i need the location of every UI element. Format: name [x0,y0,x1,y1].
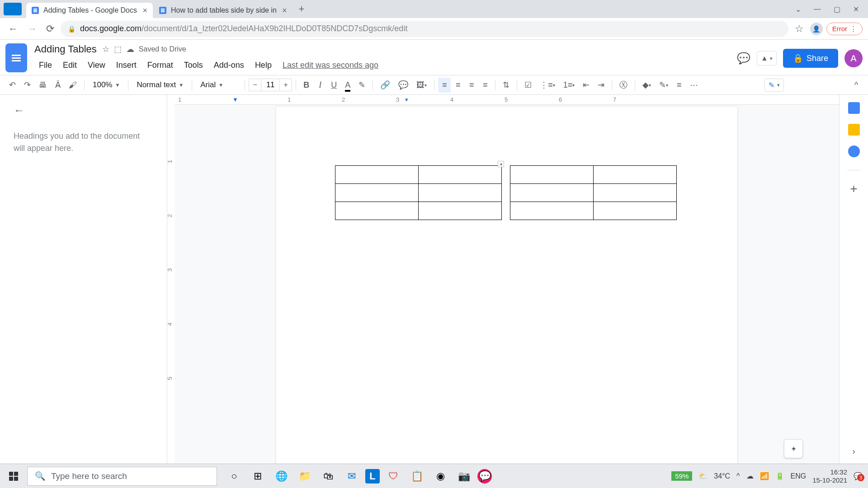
document-page[interactable]: ▾ [276,107,737,464]
present-button[interactable]: ▲▾ [757,51,777,66]
tab-inactive[interactable]: How to add tables side by side in × [154,3,292,18]
editing-mode-button[interactable]: ✎ ▾ [764,79,784,92]
mcafee-icon[interactable]: 🛡 [383,466,403,486]
border-width-button[interactable]: ≡ [673,78,685,93]
collapse-toolbar-button[interactable]: ^ [850,78,863,93]
font-size-decrease[interactable]: − [249,79,261,91]
text-color-button[interactable]: A [341,78,354,93]
battery-indicator[interactable]: 59% [671,471,692,481]
tab-stop-icon[interactable]: ▾ [405,96,408,103]
comments-icon[interactable]: 💬 [737,52,750,65]
close-window-icon[interactable]: ✕ [853,5,859,14]
cortana-icon[interactable]: ○ [224,466,244,486]
messenger-icon[interactable]: 💬 [477,469,492,483]
table-handle-icon[interactable]: ▾ [498,161,504,167]
store-icon[interactable]: 🛍 [318,466,338,486]
network-icon[interactable]: 📶 [760,472,769,480]
paint-format-button[interactable]: 🖌 [65,78,80,93]
app-switcher[interactable] [4,3,22,15]
redo-button[interactable]: ↷ [20,77,34,93]
align-justify-button[interactable]: ≡ [479,78,491,93]
app-l-icon[interactable]: L [365,469,380,483]
docs-logo-icon[interactable] [5,43,27,72]
menu-tools[interactable]: Tools [179,59,208,72]
spellcheck-button[interactable]: Ǎ [52,77,64,93]
insert-image-button[interactable]: 🖼▾ [413,78,430,93]
bookmark-star-icon[interactable]: ☆ [792,20,807,38]
task-view-icon[interactable]: ⊞ [248,466,268,486]
document-title[interactable]: Adding Tables [34,43,97,55]
notifications-icon[interactable]: 💬 [854,472,863,480]
bold-button[interactable]: B [300,78,313,93]
font-size-increase[interactable]: + [279,79,292,91]
weather-icon[interactable]: ⛅ [698,472,708,480]
align-center-button[interactable]: ≡ [452,78,464,93]
minimize-icon[interactable]: — [814,5,821,14]
horizontal-ruler[interactable]: 1 1 2 3 4 5 6 7 ▼ ▾ [175,95,839,105]
menu-help[interactable]: Help [250,59,276,72]
start-button[interactable] [0,464,27,488]
checklist-button[interactable]: ☑ [521,77,535,93]
increase-indent-button[interactable]: ⇥ [594,77,608,93]
hide-sidepanel-icon[interactable]: › [852,446,855,456]
reload-button[interactable]: ⟳ [43,20,57,38]
last-edit-link[interactable]: Last edit was seconds ago [278,59,383,72]
highlight-button[interactable]: ✎ [355,77,369,93]
decrease-indent-button[interactable]: ⇤ [579,77,593,93]
paragraph-style-select[interactable]: Normal text▼ [132,79,188,91]
menu-insert[interactable]: Insert [112,59,141,72]
profile-button[interactable]: 👤 [810,23,823,35]
document-viewport[interactable]: 1 1 2 3 4 5 6 7 ▼ ▾ ▾ ✦ [175,95,839,464]
keep-icon[interactable] [848,124,860,136]
language-indicator[interactable]: ENG [791,472,807,480]
extension-error[interactable]: Error⋮ [826,23,863,35]
tray-expand-icon[interactable]: ^ [736,472,740,480]
outline-collapse-icon[interactable]: ← [14,104,153,117]
font-size-value[interactable]: 11 [261,79,279,91]
table-left[interactable] [335,165,502,220]
close-icon[interactable]: × [137,6,147,15]
indent-marker-icon[interactable]: ▼ [232,96,238,103]
new-tab-button[interactable]: + [293,3,310,15]
line-spacing-button[interactable]: ⇅ [499,77,513,93]
menu-edit[interactable]: Edit [58,59,81,72]
bulleted-list-button[interactable]: ⋮≡▾ [536,77,559,93]
menu-format[interactable]: Format [143,59,178,72]
forward-button[interactable]: → [24,20,40,38]
calendar-icon[interactable] [848,102,860,114]
onedrive-icon[interactable]: ☁ [746,472,754,480]
power-icon[interactable]: 🔋 [775,472,784,480]
tab-active[interactable]: Adding Tables - Google Docs × [26,3,153,18]
font-select[interactable]: Arial▼ [196,79,241,91]
menu-file[interactable]: File [34,59,57,72]
office-icon[interactable]: 📋 [407,466,427,486]
taskbar-search[interactable]: 🔍 Type here to search [27,467,217,486]
align-right-button[interactable]: ≡ [465,78,478,93]
tasks-icon[interactable] [848,145,860,157]
fill-color-button[interactable]: ◆▾ [639,77,655,93]
tabs-dropdown-icon[interactable]: ⌄ [795,5,801,14]
mail-icon[interactable]: ✉ [342,466,362,486]
italic-button[interactable]: I [314,78,326,93]
print-button[interactable]: 🖶 [35,78,51,93]
align-left-button[interactable]: ≡ [438,78,451,93]
underline-button[interactable]: U [327,78,340,93]
menu-view[interactable]: View [83,59,110,72]
insert-link-button[interactable]: 🔗 [377,77,394,93]
explore-button[interactable]: ✦ [784,439,803,458]
back-button[interactable]: ← [5,20,21,38]
border-color-button[interactable]: ✎▾ [656,77,672,93]
clear-formatting-button[interactable]: Ⓧ [616,77,631,93]
close-icon[interactable]: × [277,6,287,15]
maximize-icon[interactable]: ▢ [834,5,840,14]
account-avatar[interactable]: A [844,49,863,67]
clock[interactable]: 16:32 15-10-2021 [812,468,847,484]
file-explorer-icon[interactable]: 📁 [295,466,315,486]
move-icon[interactable]: ⬚ [114,44,122,54]
numbered-list-button[interactable]: 1≡▾ [560,78,579,93]
border-dash-button[interactable]: ⋯ [686,77,702,93]
chrome-icon[interactable]: ◉ [430,466,450,486]
table-right[interactable] [510,165,677,220]
temperature[interactable]: 34°C [714,472,730,480]
menu-addons[interactable]: Add-ons [209,59,249,72]
